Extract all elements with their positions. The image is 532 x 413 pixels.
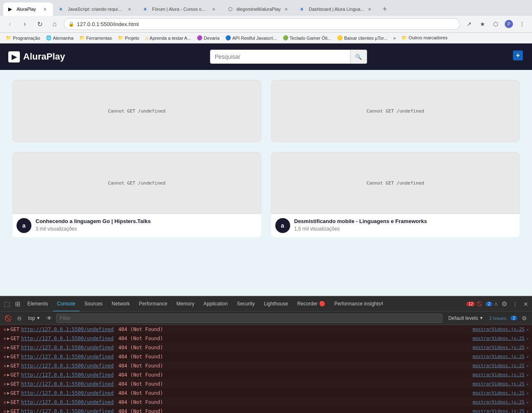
entry-url-8[interactable]: http://127.0.0.1:5500/undefined xyxy=(21,399,114,405)
refresh-button[interactable]: ↻ xyxy=(34,18,45,30)
bookmark-outros[interactable]: 📁 Outros marcadores xyxy=(400,34,449,41)
devtools-tab-elements[interactable]: Elements xyxy=(23,297,52,312)
forward-button[interactable]: › xyxy=(19,18,31,30)
console-entry-3: ✕ ▶ GET http://127.0.0.1:5500/undefined … xyxy=(0,352,532,361)
devtools-tab-lighthouse[interactable]: Lighthouse xyxy=(260,297,292,312)
entry-source-3[interactable]: mostrarVideos.js:25 xyxy=(472,354,525,359)
address-bar[interactable]: 🔒 127.0.0.1:5500/index.html xyxy=(64,18,460,30)
entry-source-6[interactable]: mostrarVideos.js:25 xyxy=(472,381,525,387)
entry-caret-5: ▶ xyxy=(7,372,10,377)
bookmark-devaria[interactable]: 🟣 Devaria xyxy=(195,34,221,41)
console-eye-button[interactable]: 👁 xyxy=(45,314,54,323)
entry-url-4[interactable]: http://127.0.0.1:5500/undefined xyxy=(21,363,114,369)
home-button[interactable]: ⌂ xyxy=(49,18,60,30)
entry-source-1[interactable]: mostrarVideos.js:25 xyxy=(472,336,525,341)
tab-github[interactable]: ⬡ diegominelli/aluraPlay ✕ xyxy=(223,2,294,16)
devtools-inspect-icon[interactable]: ⬚ xyxy=(2,297,12,312)
get-label-5: GET xyxy=(10,372,19,378)
console-filter-button[interactable]: ⊖ xyxy=(15,314,24,323)
channel-avatar-4: a xyxy=(275,218,290,233)
search-input[interactable] xyxy=(210,50,351,64)
entry-source-5[interactable]: mostrarVideos.js:25 xyxy=(472,372,525,377)
entry-url-3[interactable]: http://127.0.0.1:5500/undefined xyxy=(21,354,114,360)
entry-external-icon-1: ↗ xyxy=(526,336,529,341)
menu-button[interactable]: ⋮ xyxy=(516,18,528,30)
devtools-responsive-icon[interactable]: ⊞ xyxy=(12,297,22,312)
entry-url-2[interactable]: http://127.0.0.1:5500/undefined xyxy=(21,345,114,351)
devtools-tab-sources[interactable]: Sources xyxy=(80,297,107,312)
bookmark-projeto[interactable]: 📁 Projeto xyxy=(116,34,141,41)
entry-source-8[interactable]: mostrarVideos.js:25 xyxy=(472,399,525,405)
devtools-settings-button[interactable]: ⚙ xyxy=(500,300,509,309)
browser-chrome: ▶ AluraPlay ✕ a JavaScript: criando requ… xyxy=(0,0,532,43)
bookmark-aprender[interactable]: △ Aprenda a testar A... xyxy=(143,34,193,41)
new-tab-button[interactable]: + xyxy=(379,3,391,15)
console-clear-button[interactable]: 🚫 xyxy=(3,314,12,323)
entry-external-icon-9: ↗ xyxy=(526,409,529,413)
warning-count-badge: 2 xyxy=(486,302,492,306)
aluraplay-search: 🔍 xyxy=(65,50,513,64)
tab-js[interactable]: a JavaScript: criando requisiç... ✕ xyxy=(55,2,137,16)
devtools-tab-security[interactable]: Security xyxy=(233,297,259,312)
entry-url-6[interactable]: http://127.0.0.1:5500/undefined xyxy=(21,381,114,387)
entry-source-9[interactable]: mostrarVideos.js:25 xyxy=(472,408,525,413)
entry-source-2[interactable]: mostrarVideos.js:25 xyxy=(472,345,525,350)
default-levels-selector[interactable]: Default levels ▼ xyxy=(448,315,483,321)
get-label-1: GET xyxy=(10,336,19,341)
thumbnail-error-4: Cannot GET /undefined xyxy=(367,180,424,186)
video-thumbnail-2: Cannot GET /undefined xyxy=(271,80,520,142)
entry-caret-1: ▶ xyxy=(7,336,10,341)
top-context-selector[interactable]: top ▼ xyxy=(26,315,42,322)
entry-url-7[interactable]: http://127.0.0.1:5500/undefined xyxy=(21,390,114,396)
devtools-tab-performance[interactable]: Performance xyxy=(135,297,172,312)
bookmark-api[interactable]: 🔵 API Restful Javascri... xyxy=(224,34,279,41)
extensions-button[interactable]: ⬡ xyxy=(490,18,501,30)
back-button[interactable]: ‹ xyxy=(4,18,16,30)
entry-url-9[interactable]: http://127.0.0.1:5500/undefined xyxy=(21,408,114,413)
tab-close-5[interactable]: ✕ xyxy=(367,6,372,12)
search-button[interactable]: 🔍 xyxy=(351,50,367,64)
bookmark-more[interactable]: » xyxy=(391,35,397,41)
bookmark-alemanha[interactable]: 🌐 Alemanha xyxy=(44,34,75,41)
devtools-more-button[interactable]: ⋮ xyxy=(511,300,520,309)
entry-source-7[interactable]: mostrarVideos.js:25 xyxy=(472,390,525,396)
devtools-close-button[interactable]: ✕ xyxy=(521,300,530,309)
entry-url-0[interactable]: http://127.0.0.1:5500/undefined xyxy=(21,327,114,332)
devtools-tab-network[interactable]: Network xyxy=(107,297,134,312)
tab-close-3[interactable]: ✕ xyxy=(211,6,217,12)
entry-status-9: 404 (Not Found) xyxy=(115,408,163,413)
tab-aluraplay[interactable]: ▶ AluraPlay ✕ xyxy=(3,2,53,16)
top-dropdown-icon: ▼ xyxy=(36,316,41,320)
tab-dashboard[interactable]: a Dashboard | Alura Língua... ✕ xyxy=(296,2,377,16)
bookmark-icon-teclado: 🟢 xyxy=(283,35,289,41)
entry-url-5[interactable]: http://127.0.0.1:5500/undefined xyxy=(21,372,114,378)
bookmark-programacao[interactable]: 📁 Programação xyxy=(4,34,42,41)
console-filter-input[interactable] xyxy=(56,314,443,323)
devtools-tab-memory[interactable]: Memory xyxy=(172,297,198,312)
bookmark-ferramentas[interactable]: 📁 Ferramentas xyxy=(78,34,114,41)
devtools-tab-recorder[interactable]: Recorder 🔴 xyxy=(293,297,329,312)
tab-close-2[interactable]: ✕ xyxy=(126,6,132,12)
console-settings-button[interactable]: ⚙ xyxy=(520,314,529,323)
tab-forum[interactable]: a Fórum | Alura - Cursos onl... ✕ xyxy=(139,2,222,16)
bookmarks-bar: 📁 Programação 🌐 Alemanha 📁 Ferramentas 📁… xyxy=(0,33,532,43)
entry-url-1[interactable]: http://127.0.0.1:5500/undefined xyxy=(21,336,114,341)
devtools-tab-application[interactable]: Application xyxy=(199,297,232,312)
entry-source-0[interactable]: mostrarVideos.js:25 xyxy=(472,327,525,332)
error-label: 🚫 xyxy=(477,301,482,307)
tab-close-1[interactable]: ✕ xyxy=(42,6,48,12)
bookmark-baixar[interactable]: 🟡 Baixar clientes µTor... xyxy=(335,34,389,41)
profile-button[interactable]: P xyxy=(503,18,515,30)
tab-close-4[interactable]: ✕ xyxy=(283,6,289,12)
tab-title-2: JavaScript: criando requisiç... xyxy=(68,7,124,12)
devtools-tab-console[interactable]: Console xyxy=(53,297,79,312)
devtools: ⬚ ⊞ Elements Console Sources Network Per… xyxy=(0,296,532,413)
entry-external-icon-8: ↗ xyxy=(526,400,529,404)
bookmark-teclado[interactable]: 🟢 Teclado Gamer Óti... xyxy=(281,34,333,41)
bookmark-button[interactable]: ★ xyxy=(477,18,488,30)
add-video-button[interactable]: + xyxy=(512,50,524,64)
entry-source-4[interactable]: mostrarVideos.js:25 xyxy=(472,363,525,368)
devtools-tab-perf-insights[interactable]: Performance insights 4 xyxy=(330,297,387,312)
entry-caret-8: ▶ xyxy=(7,400,10,404)
share-button[interactable]: ↗ xyxy=(463,18,475,30)
